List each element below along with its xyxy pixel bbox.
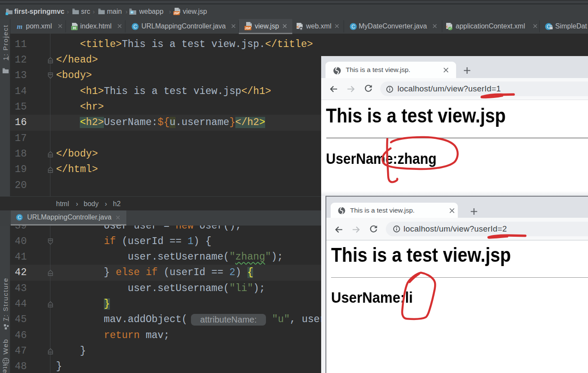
svg-text:m: m	[17, 23, 22, 30]
svg-text:C: C	[351, 24, 355, 30]
svg-text:JSP: JSP	[174, 12, 180, 15]
svg-text:C: C	[133, 24, 137, 30]
svg-text:<: <	[297, 25, 299, 30]
svg-text:JSP: JSP	[245, 26, 251, 30]
svg-text:<: <	[446, 25, 448, 29]
svg-text:H: H	[73, 26, 76, 30]
svg-text:C: C	[18, 215, 21, 220]
